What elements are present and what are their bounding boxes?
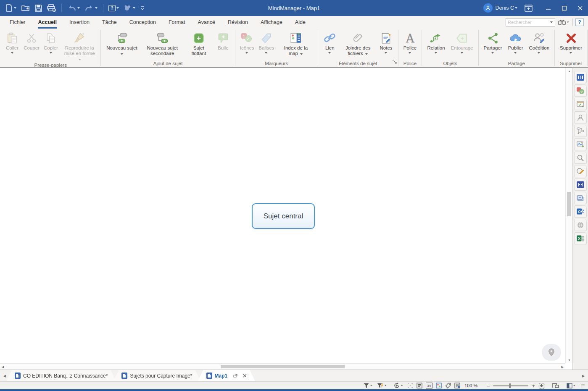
find-button[interactable] [558, 19, 570, 26]
schedule-view-button[interactable]: 24 [426, 383, 432, 388]
touch-mode-button[interactable] [122, 2, 137, 14]
format-painter-button[interactable]: Reproduire la mise en forme [61, 30, 98, 62]
chevron-down-icon[interactable] [567, 21, 570, 24]
publish-button[interactable]: Publier [505, 30, 526, 54]
outline-view-button[interactable] [417, 382, 422, 389]
sidebar-item-design-objects[interactable] [574, 165, 587, 177]
chevron-down-icon[interactable] [116, 7, 119, 9]
maximize-button[interactable] [556, 0, 572, 16]
sidebar-item-search[interactable] [574, 152, 587, 164]
chevron-down-icon[interactable] [460, 52, 464, 54]
scroll-left-arrow[interactable]: ◀ [2, 365, 4, 368]
sidebar-item-web[interactable] [574, 219, 587, 231]
chevron-down-icon[interactable] [408, 52, 412, 54]
sidebar-item-resources[interactable] [574, 111, 587, 123]
popout-tab-icon[interactable] [233, 374, 237, 378]
document-tab-2[interactable]: Sujets pour Capture Image* [113, 370, 200, 381]
split-view-button[interactable] [567, 382, 576, 389]
coediting-button[interactable]: Coédition [526, 30, 553, 54]
scroll-up-arrow[interactable]: ▲ [568, 70, 571, 73]
tab-insertion[interactable]: Insertion [63, 16, 96, 29]
sidebar-item-outlook[interactable]: O [574, 205, 587, 218]
tab-revision[interactable]: Révision [221, 16, 254, 29]
chevron-down-icon[interactable] [434, 52, 438, 54]
callout-button[interactable]: Bulle [214, 30, 233, 51]
search-input[interactable] [506, 20, 550, 25]
undo-button[interactable] [65, 2, 82, 14]
chevron-down-icon[interactable] [537, 52, 541, 54]
chevron-down-icon[interactable] [49, 52, 53, 54]
help-button[interactable]: ? [575, 18, 584, 26]
close-button[interactable] [572, 0, 588, 16]
chevron-down-icon[interactable] [514, 7, 518, 9]
print-button[interactable] [45, 2, 58, 14]
presentation-view-button[interactable] [552, 382, 559, 389]
attach-files-button[interactable]: Joindre des fichiers [340, 30, 377, 56]
tags-button[interactable]: Balises [257, 30, 276, 54]
copy-button[interactable]: Copier [41, 30, 61, 54]
horizontal-scrollbar[interactable]: ◀ ▶ [0, 363, 565, 370]
chevron-down-icon[interactable] [573, 385, 576, 387]
new-document-button[interactable] [3, 2, 18, 14]
chevron-down-icon[interactable] [491, 52, 495, 54]
chevron-down-icon[interactable] [514, 52, 517, 54]
help-button[interactable]: ? [107, 2, 121, 14]
new-subtopic-button[interactable]: Nouveau sujet secondaire [140, 30, 184, 56]
tab-affichage[interactable]: Affichage [254, 16, 289, 29]
refresh-add-button[interactable] [393, 382, 404, 389]
zoom-slider-thumb[interactable] [509, 383, 511, 388]
floating-topic-button[interactable]: Sujet flottant [184, 30, 214, 56]
power-filter-button[interactable] [377, 382, 388, 389]
boundary-button[interactable]: Entourage [448, 30, 476, 54]
dialog-launcher-icon[interactable] [393, 58, 397, 66]
map-canvas[interactable]: Sujet central ▲ ▼ ◀ ▶ [0, 68, 572, 370]
vertical-scroll-thumb[interactable] [567, 192, 571, 216]
icon-view-button[interactable] [436, 382, 442, 389]
sidebar-item-topic-hierarchy[interactable] [574, 125, 587, 137]
sidebar-item-archive[interactable] [574, 192, 587, 204]
horizontal-scroll-thumb[interactable] [221, 365, 345, 368]
redo-button[interactable] [83, 2, 100, 14]
scroll-down-arrow[interactable]: ▼ [568, 359, 571, 362]
chevron-down-icon[interactable] [384, 52, 388, 54]
zoom-slider[interactable] [493, 385, 528, 386]
share-button[interactable]: Partager [481, 30, 505, 54]
link-button[interactable]: Lien [320, 30, 340, 54]
fit-map-button[interactable] [538, 382, 545, 389]
tab-format[interactable]: Format [162, 16, 192, 29]
chevron-down-icon[interactable] [299, 53, 303, 55]
icons-button[interactable]: 1✓ Icônes [237, 30, 257, 54]
filter-button[interactable] [363, 382, 373, 389]
tab-fichier[interactable]: Fichier [3, 16, 32, 29]
resize-grip[interactable] [581, 384, 585, 387]
cut-button[interactable]: Couper [22, 30, 41, 51]
sidebar-item-map-parts[interactable] [574, 71, 587, 83]
user-name[interactable]: Denis C [496, 5, 514, 11]
chevron-down-icon[interactable] [78, 58, 82, 60]
chevron-down-icon[interactable] [132, 7, 136, 9]
customize-toolbar-button[interactable] [138, 2, 147, 14]
index-view-button[interactable] [454, 382, 460, 389]
font-button[interactable]: A Police [400, 30, 419, 54]
tag-view-button[interactable] [445, 382, 451, 389]
zoom-out-button[interactable]: – [487, 382, 490, 389]
tab-conception[interactable]: Conception [123, 16, 162, 29]
chevron-down-icon[interactable] [264, 52, 268, 54]
sidebar-item-co-editing[interactable] [574, 178, 587, 191]
chevron-down-icon[interactable] [95, 7, 98, 9]
chevron-down-icon[interactable] [77, 7, 80, 9]
chevron-down-icon[interactable] [328, 52, 332, 54]
notes-button[interactable]: Notes [377, 30, 396, 54]
tab-scroll-right-arrow[interactable]: ▶ [579, 370, 588, 381]
paste-button[interactable]: Coller [3, 30, 22, 54]
chevron-down-icon[interactable] [245, 52, 249, 54]
user-avatar[interactable] [483, 3, 493, 13]
chevron-down-icon[interactable] [370, 385, 373, 387]
sidebar-item-images[interactable] [574, 138, 587, 150]
chevron-down-icon[interactable] [401, 385, 403, 387]
new-topic-button[interactable]: Nouveau sujet [103, 30, 140, 56]
delete-button[interactable]: Supprimer [557, 30, 585, 54]
ribbon-display-options-button[interactable] [525, 5, 533, 12]
save-button[interactable] [33, 2, 44, 14]
sidebar-item-excel[interactable]: X [574, 232, 587, 244]
